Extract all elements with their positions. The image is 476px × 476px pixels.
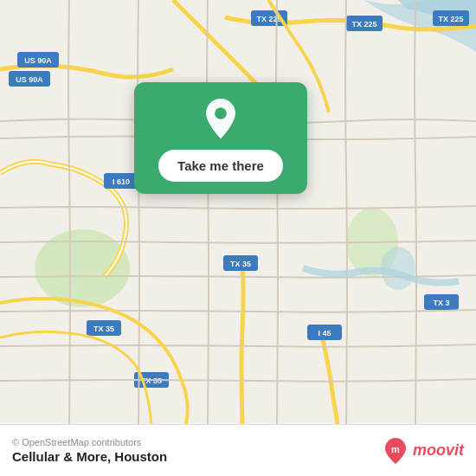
svg-text:TX 35: TX 35 [93,325,114,333]
map-background: I 610 US 90A US 90A TX 225 TX 225 TX 225… [0,0,476,424]
moovit-logo-icon: m [382,437,409,465]
svg-text:I 45: I 45 [318,329,331,338]
bottom-info: © OpenStreetMap contributors Cellular & … [12,437,167,464]
svg-text:TX 225: TX 225 [351,20,376,29]
bottom-bar: © OpenStreetMap contributors Cellular & … [0,424,476,476]
svg-text:TX 3: TX 3 [433,299,449,307]
place-name: Cellular & More, Houston [12,449,167,464]
moovit-logo: m moovit [382,437,464,465]
osm-attribution: © OpenStreetMap contributors [12,437,167,447]
svg-point-26 [215,107,227,119]
location-card: Take me there [134,82,307,194]
svg-text:US 90A: US 90A [24,56,52,65]
svg-text:US 90A: US 90A [16,75,43,84]
location-pin-icon [200,98,241,139]
moovit-brand-name: moovit [413,441,464,460]
svg-text:m: m [391,444,400,454]
svg-text:TX 225: TX 225 [438,15,463,23]
map-container: I 610 US 90A US 90A TX 225 TX 225 TX 225… [0,0,476,424]
svg-text:TX 35: TX 35 [230,260,251,268]
svg-text:I 610: I 610 [113,177,130,186]
take-me-there-button[interactable]: Take me there [158,150,283,182]
